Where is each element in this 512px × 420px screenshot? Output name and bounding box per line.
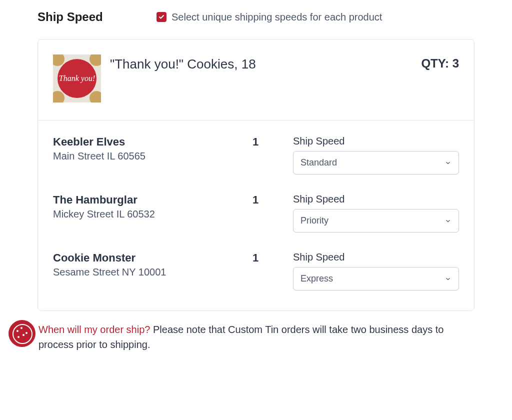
- recipient-info: Cookie Monster Sesame Street NY 10001: [53, 252, 233, 278]
- recipients-list: Keebler Elves Main Street IL 60565 1 Shi…: [38, 120, 474, 310]
- unique-speeds-label: Select unique shipping speeds for each p…: [172, 12, 382, 23]
- recipient-address: Sesame Street NY 10001: [53, 266, 233, 278]
- product-image-badge: Thank you!: [58, 59, 96, 98]
- cookie-icon[interactable]: [8, 320, 36, 347]
- chevron-down-icon: [444, 160, 452, 166]
- footer-text: When will my order ship? Please note tha…: [38, 322, 474, 352]
- recipient-qty: 1: [233, 194, 278, 206]
- recipient-qty: 1: [233, 252, 278, 264]
- recipient-info: The Hamburglar Mickey Street IL 60532: [53, 194, 233, 220]
- ship-speed-select[interactable]: Express: [293, 267, 459, 290]
- product-image: Thank you!: [53, 54, 101, 102]
- ship-speed-select[interactable]: Standard: [293, 151, 459, 174]
- product-name: "Thank you!" Cookies, 18: [110, 54, 412, 72]
- recipient-address: Main Street IL 60565: [53, 150, 233, 162]
- ship-speed-column: Ship Speed Express: [293, 252, 459, 290]
- recipient-info: Keebler Elves Main Street IL 60565: [53, 136, 233, 162]
- product-card: Thank you! "Thank you!" Cookies, 18 QTY:…: [38, 39, 474, 311]
- page-title: Ship Speed: [38, 10, 118, 24]
- ship-speed-column: Ship Speed Standard: [293, 136, 459, 174]
- header-row: Ship Speed Select unique shipping speeds…: [38, 10, 474, 24]
- when-will-ship-link[interactable]: When will my order ship?: [38, 324, 150, 335]
- recipient-name: Cookie Monster: [53, 252, 233, 264]
- ship-speed-label: Ship Speed: [293, 252, 459, 263]
- ship-speed-value: Express: [300, 274, 333, 284]
- chevron-down-icon: [444, 276, 452, 282]
- recipient-row: Keebler Elves Main Street IL 60565 1 Shi…: [53, 136, 459, 174]
- checkmark-icon: [158, 14, 164, 20]
- chevron-down-icon: [444, 218, 452, 224]
- unique-speeds-checkbox-wrap[interactable]: Select unique shipping speeds for each p…: [156, 12, 382, 23]
- recipient-row: Cookie Monster Sesame Street NY 10001 1 …: [53, 252, 459, 290]
- recipient-address: Mickey Street IL 60532: [53, 208, 233, 220]
- ship-speed-column: Ship Speed Priority: [293, 194, 459, 232]
- ship-speed-value: Priority: [300, 216, 328, 226]
- recipient-qty: 1: [233, 136, 278, 148]
- ship-speed-select[interactable]: Priority: [293, 209, 459, 232]
- product-header: Thank you! "Thank you!" Cookies, 18 QTY:…: [38, 40, 474, 120]
- unique-speeds-checkbox[interactable]: [156, 12, 166, 22]
- product-qty: QTY: 3: [421, 54, 459, 70]
- recipient-row: The Hamburglar Mickey Street IL 60532 1 …: [53, 194, 459, 232]
- ship-speed-value: Standard: [300, 158, 337, 168]
- recipient-name: Keebler Elves: [53, 136, 233, 148]
- ship-speed-label: Ship Speed: [293, 136, 459, 147]
- recipient-name: The Hamburglar: [53, 194, 233, 206]
- ship-speed-label: Ship Speed: [293, 194, 459, 205]
- footer-note: When will my order ship? Please note tha…: [38, 322, 474, 352]
